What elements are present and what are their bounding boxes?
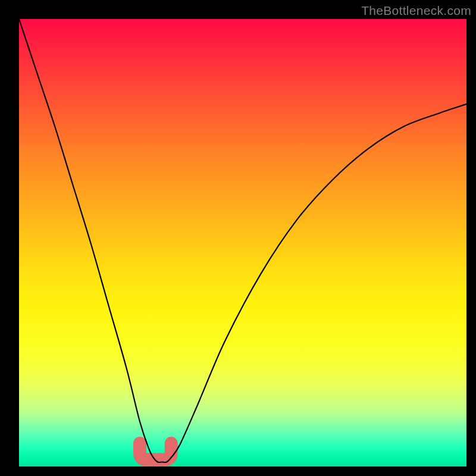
chart-frame: TheBottleneck.com	[0, 0, 476, 476]
chart-svg	[19, 19, 466, 466]
optimal-range-marker	[140, 443, 171, 460]
plot-area	[19, 19, 466, 466]
watermark-text: TheBottleneck.com	[361, 4, 471, 18]
bottleneck-curve	[19, 19, 466, 462]
